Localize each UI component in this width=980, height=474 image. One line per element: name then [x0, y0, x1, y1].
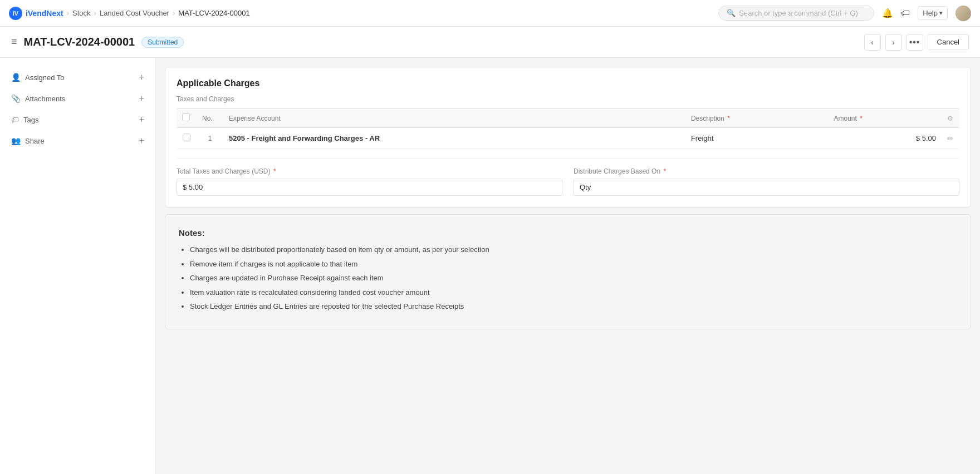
- page-title: MAT-LCV-2024-00001: [24, 36, 135, 48]
- sidebar-label-assigned-to: Assigned To: [25, 73, 65, 82]
- cancel-button[interactable]: Cancel: [928, 34, 969, 50]
- applicable-charges-card: Applicable Charges Taxes and Charges No.…: [165, 67, 971, 208]
- row-1-amount: $ 5.00: [829, 128, 942, 149]
- charges-table: No. Expense Account Description * Amount…: [177, 108, 959, 149]
- sidebar-item-left-assigned: 👤 Assigned To: [11, 73, 65, 82]
- breadcrumb-current: MAT-LCV-2024-00001: [178, 9, 249, 17]
- top-nav: iV iVendNext › Stock › Landed Cost Vouch…: [0, 0, 980, 27]
- list-item: Stock Ledger Entries and GL Entries are …: [190, 301, 957, 312]
- total-taxes-label: Total Taxes and Charges (USD) *: [177, 167, 562, 175]
- next-button[interactable]: ›: [885, 34, 902, 51]
- assigned-to-add-icon[interactable]: +: [139, 72, 144, 82]
- page-header: ≡ MAT-LCV-2024-00001 Submitted ‹ › ••• C…: [0, 27, 980, 58]
- help-button[interactable]: Help ▾: [918, 6, 948, 20]
- search-placeholder: Search or type a command (Ctrl + G): [739, 9, 858, 17]
- row-1-edit-cell: ✏: [942, 128, 959, 149]
- sidebar-item-left-attachments: 📎 Attachments: [11, 94, 65, 103]
- search-icon: 🔍: [727, 9, 736, 17]
- total-taxes-field: Total Taxes and Charges (USD) * $ 5.00: [177, 167, 562, 196]
- notes-card: Notes: Charges will be distributed propo…: [165, 214, 971, 329]
- th-settings: ⚙: [942, 109, 959, 128]
- sidebar-item-share[interactable]: 👥 Share +: [0, 130, 155, 151]
- row-1-no: 1: [197, 128, 223, 149]
- breadcrumb-stock[interactable]: Stock: [72, 9, 91, 17]
- attachments-add-icon[interactable]: +: [139, 93, 144, 103]
- th-amount: Amount *: [829, 109, 942, 128]
- assigned-to-icon: 👤: [11, 73, 21, 82]
- total-taxes-value: $ 5.00: [177, 179, 562, 196]
- settings-icon[interactable]: ⚙: [947, 115, 953, 122]
- sidebar-label-share: Share: [25, 137, 45, 145]
- page-header-right: ‹ › ••• Cancel: [864, 34, 969, 51]
- brand-icon: iV: [9, 7, 22, 20]
- notifications-icon[interactable]: 🔔: [882, 8, 893, 18]
- row-1-edit-icon[interactable]: ✏: [947, 134, 954, 143]
- list-item: Item valuation rate is recalculated cons…: [190, 287, 957, 298]
- breadcrumb: iV iVendNext › Stock › Landed Cost Vouch…: [9, 7, 250, 20]
- row-checkbox-cell: [177, 128, 197, 149]
- help-label: Help: [923, 9, 938, 17]
- share-icon: 👥: [11, 136, 21, 145]
- summary-section: Total Taxes and Charges (USD) * $ 5.00 D…: [177, 158, 959, 196]
- tags-icon: 🏷: [11, 115, 19, 124]
- sidebar: 👤 Assigned To + 📎 Attachments + 🏷 Tags +…: [0, 58, 156, 474]
- row-1-checkbox[interactable]: [183, 134, 190, 141]
- prev-button[interactable]: ‹: [864, 34, 881, 51]
- row-1-description: Freight: [685, 128, 829, 149]
- sidebar-item-attachments[interactable]: 📎 Attachments +: [0, 88, 155, 109]
- taxes-charges-subtitle: Taxes and Charges: [177, 95, 959, 103]
- distribute-charges-field: Distribute Charges Based On * Qty: [574, 167, 959, 196]
- avatar-image: [955, 6, 971, 21]
- th-expense-account: Expense Account: [223, 109, 685, 128]
- tags-add-icon[interactable]: +: [139, 115, 144, 125]
- hamburger-icon[interactable]: ≡: [11, 36, 17, 48]
- sidebar-item-assigned-to[interactable]: 👤 Assigned To +: [0, 67, 155, 88]
- sep1: ›: [67, 9, 69, 17]
- main-layout: 👤 Assigned To + 📎 Attachments + 🏷 Tags +…: [0, 58, 980, 474]
- th-no: No.: [197, 109, 223, 128]
- brand[interactable]: iV iVendNext: [9, 7, 63, 20]
- distribute-charges-label: Distribute Charges Based On *: [574, 167, 959, 175]
- status-badge: Submitted: [141, 37, 184, 48]
- distribute-required: *: [663, 167, 666, 175]
- list-item: Remove item if charges is not applicable…: [190, 259, 957, 270]
- share-add-icon[interactable]: +: [139, 136, 144, 146]
- tag-icon[interactable]: 🏷: [901, 8, 910, 18]
- amount-required: *: [860, 115, 863, 122]
- sidebar-label-attachments: Attachments: [25, 95, 65, 103]
- row-1-expense-account: 5205 - Freight and Forwarding Charges - …: [223, 128, 685, 149]
- sidebar-item-left-share: 👥 Share: [11, 136, 45, 145]
- notes-title: Notes:: [179, 228, 957, 238]
- applicable-charges-title: Applicable Charges: [177, 78, 959, 88]
- total-required: *: [273, 167, 276, 175]
- sidebar-label-tags: Tags: [23, 116, 38, 124]
- list-item: Charges will be distributed proportionat…: [190, 244, 957, 255]
- list-item: Charges are updated in Purchase Receipt …: [190, 273, 957, 284]
- help-chevron: ▾: [939, 9, 943, 17]
- sep3: ›: [173, 9, 175, 17]
- search-box[interactable]: 🔍 Search or type a command (Ctrl + G): [718, 6, 874, 21]
- avatar[interactable]: [955, 6, 971, 21]
- more-button[interactable]: •••: [906, 34, 923, 51]
- th-checkbox: [177, 109, 197, 128]
- breadcrumb-lcv[interactable]: Landed Cost Voucher: [100, 9, 169, 17]
- page-header-left: ≡ MAT-LCV-2024-00001 Submitted: [11, 36, 184, 48]
- sidebar-item-tags[interactable]: 🏷 Tags +: [0, 109, 155, 130]
- th-description: Description *: [685, 109, 829, 128]
- sidebar-item-left-tags: 🏷 Tags: [11, 115, 38, 124]
- distribute-charges-value: Qty: [574, 179, 959, 196]
- brand-name: iVendNext: [26, 9, 63, 18]
- description-required: *: [727, 115, 730, 122]
- notes-list: Charges will be distributed proportionat…: [179, 244, 957, 312]
- table-row: 1 5205 - Freight and Forwarding Charges …: [177, 128, 959, 149]
- main-content: Applicable Charges Taxes and Charges No.…: [156, 58, 980, 474]
- nav-right: 🔍 Search or type a command (Ctrl + G) 🔔 …: [718, 6, 971, 21]
- sep2: ›: [94, 9, 96, 17]
- header-checkbox[interactable]: [182, 113, 190, 121]
- attachments-icon: 📎: [11, 94, 21, 103]
